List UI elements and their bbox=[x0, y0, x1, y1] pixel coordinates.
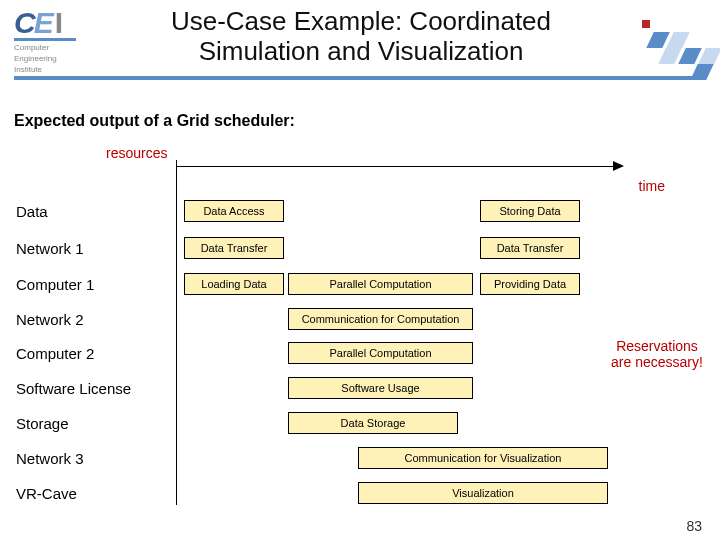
arrow-right-icon bbox=[613, 161, 624, 171]
axis-label-resources: resources bbox=[106, 145, 167, 161]
row-label-net1: Network 1 bbox=[16, 240, 84, 257]
logo-sub-3: Institute bbox=[14, 65, 94, 74]
row-label-storage: Storage bbox=[16, 415, 69, 432]
page-number: 83 bbox=[686, 518, 702, 534]
box-loading-data: Loading Data bbox=[184, 273, 284, 295]
slide-title: Use-Case Example: Coordinated Simulation… bbox=[116, 6, 606, 66]
box-storing-data: Storing Data bbox=[480, 200, 580, 222]
axis-y bbox=[176, 160, 177, 505]
logo-letter-c: C bbox=[14, 8, 36, 38]
box-data-transfer-b: Data Transfer bbox=[480, 237, 580, 259]
box-data-transfer-a: Data Transfer bbox=[184, 237, 284, 259]
logo-letter-e: E bbox=[34, 8, 54, 38]
row-label-net2: Network 2 bbox=[16, 311, 84, 328]
row-label-data: Data bbox=[16, 203, 48, 220]
axis-x bbox=[176, 166, 617, 167]
row-label-comp1: Computer 1 bbox=[16, 276, 94, 293]
title-underline bbox=[14, 76, 704, 80]
slide-header: C E I Computer Engineering Institute Use… bbox=[0, 0, 720, 92]
callout-reservations: Reservations are necessary! bbox=[606, 338, 708, 370]
subtitle: Expected output of a Grid scheduler: bbox=[14, 112, 295, 130]
logo-sub-2: Engineering bbox=[14, 54, 94, 63]
row-label-sw: Software License bbox=[16, 380, 131, 397]
box-visualization: Visualization bbox=[358, 482, 608, 504]
row-label-comp2: Computer 2 bbox=[16, 345, 94, 362]
axis-label-time: time bbox=[639, 178, 665, 194]
box-data-storage: Data Storage bbox=[288, 412, 458, 434]
box-data-access: Data Access bbox=[184, 200, 284, 222]
logo-sub-1: Computer bbox=[14, 43, 94, 52]
header-decoration bbox=[626, 20, 712, 76]
box-comm-vis: Communication for Visualization bbox=[358, 447, 608, 469]
cei-logo: C E I Computer Engineering Institute bbox=[14, 8, 94, 74]
row-label-vr: VR-Cave bbox=[16, 485, 77, 502]
box-parallel-comp-1: Parallel Computation bbox=[288, 273, 473, 295]
box-providing-data: Providing Data bbox=[480, 273, 580, 295]
box-sw-usage: Software Usage bbox=[288, 377, 473, 399]
box-comm-comp: Communication for Computation bbox=[288, 308, 473, 330]
box-parallel-comp-2: Parallel Computation bbox=[288, 342, 473, 364]
logo-letter-i: I bbox=[55, 8, 63, 38]
row-label-net3: Network 3 bbox=[16, 450, 84, 467]
